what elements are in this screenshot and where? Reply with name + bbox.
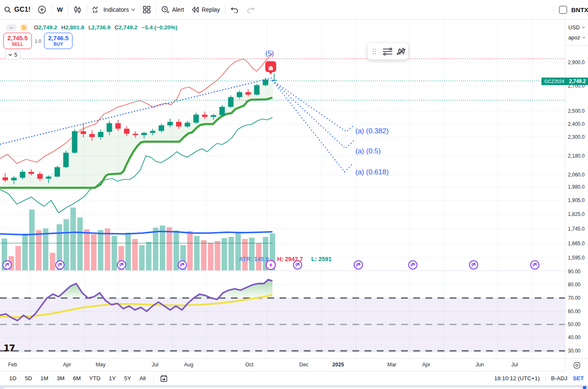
indicators-button[interactable]: Indicators bbox=[88, 3, 140, 17]
time-axis-label: Oct bbox=[245, 362, 253, 368]
watchlist-symbol[interactable]: BNTX bbox=[571, 6, 588, 13]
go-to-date-button[interactable] bbox=[158, 373, 170, 384]
time-axis-label: Dec bbox=[299, 362, 308, 368]
elliott-target-label[interactable]: (a) (0.382) bbox=[355, 127, 389, 135]
timeframe-button[interactable]: W bbox=[53, 3, 67, 17]
open-label: O bbox=[34, 24, 39, 31]
sell-button[interactable]: 2,745.5 SELL bbox=[3, 33, 32, 49]
price-axis-label: 2,500.0 bbox=[568, 108, 585, 114]
range-button-1m[interactable]: 1M bbox=[37, 373, 52, 383]
time-axis-label: 2025 bbox=[332, 362, 344, 368]
range-button-6m[interactable]: 6M bbox=[70, 373, 84, 383]
time-axis-label: Aug bbox=[184, 362, 193, 368]
price-axis-label: 2,060.0 bbox=[568, 172, 585, 178]
atr-value: ATR: 145.9 bbox=[239, 256, 269, 262]
event-arrow-icon[interactable] bbox=[409, 261, 417, 269]
time-axis-label: May bbox=[96, 362, 106, 368]
bar-count-badge[interactable]: 5 bbox=[5, 50, 21, 60]
candles bbox=[3, 74, 277, 184]
range-button-1y[interactable]: 1Y bbox=[106, 373, 119, 383]
elliott-target-label[interactable]: (a) (0.618) bbox=[355, 168, 389, 176]
low-value: 2,736.9 bbox=[91, 24, 110, 31]
search-icon[interactable] bbox=[4, 6, 11, 13]
redo-button[interactable] bbox=[243, 3, 259, 17]
projection-line[interactable] bbox=[272, 80, 354, 148]
redo-icon bbox=[246, 6, 255, 13]
interval-badge[interactable]: D bbox=[20, 23, 28, 31]
price-axis-label: 1,745.0 bbox=[568, 226, 585, 232]
price-chart-canvas[interactable] bbox=[0, 20, 588, 358]
gear-icon[interactable] bbox=[573, 362, 580, 369]
event-arrow-icon[interactable] bbox=[56, 261, 64, 269]
chevron-down-icon bbox=[582, 36, 585, 39]
watchlist-checkbox[interactable] bbox=[559, 6, 567, 14]
divider bbox=[155, 5, 156, 14]
price-axis-label: 1,905.0 bbox=[568, 197, 585, 203]
indicators-icon bbox=[92, 6, 101, 13]
range-button-3m[interactable]: 3M bbox=[53, 373, 68, 383]
event-arrow-icon[interactable] bbox=[117, 261, 126, 269]
price-axis-label: 2,300.0 bbox=[568, 134, 585, 140]
layout-grid-button[interactable] bbox=[139, 3, 154, 17]
change-value: −5.4 (−0.20%) bbox=[142, 24, 178, 31]
time-axis-label: Jul bbox=[511, 362, 518, 368]
indicator-stats-row: ATR: 145.9 H: 2947.7 L: 2591 bbox=[239, 256, 332, 262]
price-axis-label: 1,825.0 bbox=[568, 211, 585, 217]
divider bbox=[32, 5, 32, 14]
compare-add-button[interactable] bbox=[34, 3, 50, 17]
divider bbox=[545, 374, 546, 383]
event-arrow-icon[interactable] bbox=[3, 261, 11, 269]
event-arrow-icon[interactable] bbox=[469, 261, 478, 269]
range-button-5d[interactable]: 5D bbox=[21, 373, 35, 383]
collapse-pill[interactable]: – bbox=[6, 24, 17, 31]
alert-button[interactable]: Alert bbox=[157, 3, 188, 17]
price-axis-label: 1,980.0 bbox=[568, 184, 585, 190]
price-axis-label: 2,400.0 bbox=[568, 121, 585, 127]
rsi-pane bbox=[0, 298, 565, 353]
projection-line[interactable] bbox=[272, 80, 353, 172]
event-arrow-icon[interactable] bbox=[178, 261, 187, 269]
low-stat: L: 2591 bbox=[311, 256, 332, 262]
undo-button[interactable] bbox=[227, 3, 243, 17]
price-axis-label: 2,900.0 bbox=[568, 60, 585, 65]
time-axis-label: Jun bbox=[476, 362, 484, 368]
divider bbox=[52, 5, 52, 14]
current-price-tag: GCZ2024 2,749.2 bbox=[541, 78, 588, 85]
time-axis[interactable]: FebAprMayJulAugOctDec2025MarAprJunJul bbox=[0, 358, 588, 371]
pattern-edit-icon[interactable] bbox=[396, 46, 407, 57]
adjustment-toggle[interactable]: B-ADJ bbox=[551, 375, 567, 381]
replay-icon bbox=[192, 7, 199, 13]
account-panel: USD apoz bbox=[565, 20, 588, 46]
divider bbox=[87, 5, 87, 14]
buy-button[interactable]: 2,746.5 BUY bbox=[44, 33, 73, 49]
clock[interactable]: 18:10:12 (UTC+1) bbox=[494, 375, 539, 381]
time-axis-label: Apr bbox=[422, 362, 430, 368]
event-arrow-icon[interactable] bbox=[531, 261, 539, 269]
candlestick-icon bbox=[73, 5, 82, 14]
levels-settings-icon[interactable] bbox=[382, 46, 394, 57]
range-button-ytd[interactable]: YTD bbox=[86, 373, 104, 383]
high-value: 2,801.8 bbox=[65, 24, 84, 31]
elliott-target-label[interactable]: (a) (0.5) bbox=[355, 147, 381, 156]
tradingview-logo: 17 bbox=[3, 343, 15, 353]
event-arrow-icon[interactable] bbox=[354, 261, 363, 269]
account-dropdown[interactable]: apoz bbox=[568, 32, 588, 42]
session-toggle[interactable]: SET bbox=[573, 375, 584, 381]
range-button-5y[interactable]: 5Y bbox=[121, 373, 135, 383]
bottom-accent bbox=[583, 386, 586, 389]
replay-button[interactable]: Replay bbox=[188, 3, 224, 17]
chart-area[interactable] bbox=[0, 20, 588, 358]
chevron-down-icon bbox=[582, 26, 585, 29]
drawing-floating-toolbar bbox=[368, 43, 408, 60]
osc-axis-label: 80.00 bbox=[568, 282, 580, 288]
volume-bars bbox=[2, 207, 275, 270]
chart-type-button[interactable] bbox=[70, 3, 85, 17]
elliott-wave-5-label[interactable]: (5) bbox=[265, 49, 274, 58]
currency-dropdown[interactable]: USD bbox=[568, 22, 588, 32]
drag-handle[interactable] bbox=[368, 46, 380, 57]
range-button-1d[interactable]: 1D bbox=[6, 373, 20, 383]
symbol-name[interactable]: GC1! bbox=[14, 6, 31, 13]
time-axis-corner bbox=[565, 358, 588, 371]
range-button-all[interactable]: All bbox=[136, 373, 149, 383]
spread-value: 1.0 bbox=[35, 39, 41, 44]
